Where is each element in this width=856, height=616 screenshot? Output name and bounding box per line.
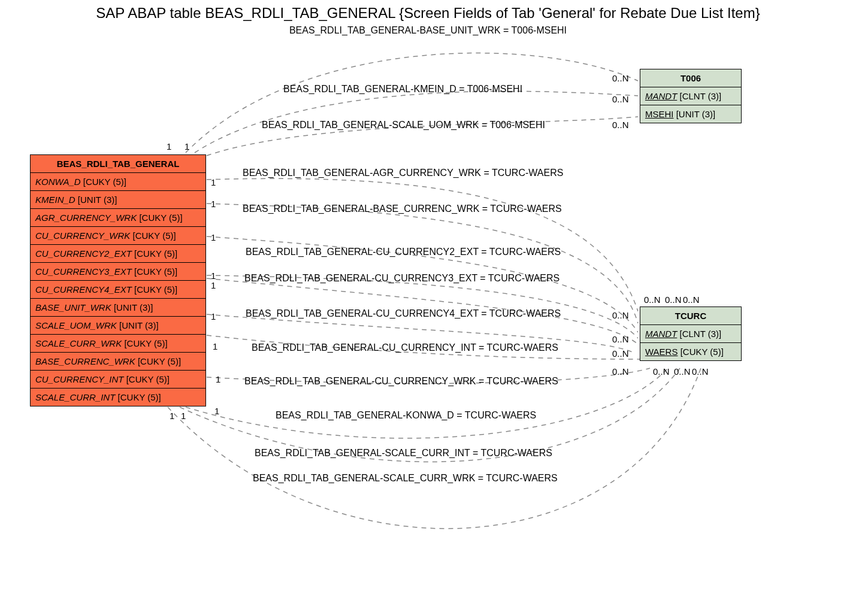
cardinality-right-tcurc: 0..N xyxy=(612,310,629,320)
cardinality-right-tcurc: 0..N xyxy=(612,348,629,359)
entity-header: BEAS_RDLI_TAB_GENERAL xyxy=(31,155,205,173)
field-base-currenc-wrk: BASE_CURRENC_WRK [CUKY (5)] xyxy=(31,353,205,371)
diagram-title: SAP ABAP table BEAS_RDLI_TAB_GENERAL {Sc… xyxy=(0,5,856,22)
relation-label-agr-currency: BEAS_RDLI_TAB_GENERAL-AGR_CURRENCY_WRK =… xyxy=(243,168,563,178)
relation-label-base-unit: BEAS_RDLI_TAB_GENERAL-BASE_UNIT_WRK = T0… xyxy=(0,25,856,36)
cardinality-left: 1 xyxy=(184,141,189,151)
relation-label-cu-currency-wrk: BEAS_RDLI_TAB_GENERAL-CU_CURRENCY_WRK = … xyxy=(244,376,558,387)
cardinality-right-tcurc: 0..N xyxy=(612,366,629,377)
relation-label-cu-currency-int: BEAS_RDLI_TAB_GENERAL-CU_CURRENCY_INT = … xyxy=(252,342,558,353)
cardinality-left: 1 xyxy=(211,280,216,290)
field-cu-currency4-ext: CU_CURRENCY4_EXT [CUKY (5)] xyxy=(31,281,205,299)
field-base-unit-wrk: BASE_UNIT_WRK [UNIT (3)] xyxy=(31,299,205,317)
cardinality-right-tcurc: 0..N xyxy=(692,366,709,377)
cardinality-left: 1 xyxy=(214,406,219,416)
field-cu-currency3-ext: CU_CURRENCY3_EXT [CUKY (5)] xyxy=(31,263,205,281)
relation-label-scale-curr-wrk: BEAS_RDLI_TAB_GENERAL-SCALE_CURR_WRK = T… xyxy=(253,473,558,484)
entity-beas-rdli-tab-general: BEAS_RDLI_TAB_GENERAL KONWA_D [CUKY (5)]… xyxy=(30,154,206,406)
field-kmein-d: KMEIN_D [UNIT (3)] xyxy=(31,191,205,209)
cardinality-left: 1 xyxy=(211,232,216,242)
field-scale-curr-int: SCALE_CURR_INT [CUKY (5)] xyxy=(31,389,205,406)
relation-label-konwa: BEAS_RDLI_TAB_GENERAL-KONWA_D = TCURC-WA… xyxy=(276,410,536,421)
field-t006-msehi: MSEHI [UNIT (3)] xyxy=(640,105,741,123)
cardinality-right-tcurc: 0..N xyxy=(612,334,629,344)
relation-label-base-currenc: BEAS_RDLI_TAB_GENERAL-BASE_CURRENC_WRK =… xyxy=(243,204,562,214)
relation-label-scale-uom: BEAS_RDLI_TAB_GENERAL-SCALE_UOM_WRK = T0… xyxy=(262,120,545,131)
entity-header-tcurc: TCURC xyxy=(640,307,741,325)
cardinality-left: 1 xyxy=(167,141,171,151)
cardinality-right-tcurc: 0..N xyxy=(674,366,691,377)
cardinality-left: 1 xyxy=(211,177,216,187)
entity-tcurc: TCURC MANDT [CLNT (3)] WAERS [CUKY (5)] xyxy=(640,307,742,361)
cardinality-left: 1 xyxy=(213,341,217,351)
cardinality-left: 1 xyxy=(211,199,216,209)
relation-label-kmein: BEAS_RDLI_TAB_GENERAL-KMEIN_D = T006-MSE… xyxy=(283,84,522,95)
field-cu-currency2-ext: CU_CURRENCY2_EXT [CUKY (5)] xyxy=(31,245,205,263)
field-scale-uom-wrk: SCALE_UOM_WRK [UNIT (3)] xyxy=(31,317,205,335)
cardinality-left: 1 xyxy=(211,311,216,321)
field-cu-currency-wrk: CU_CURRENCY_WRK [CUKY (5)] xyxy=(31,227,205,245)
cardinality-right-t006: 0..N xyxy=(612,120,629,130)
entity-t006: T006 MANDT [CLNT (3)] MSEHI [UNIT (3)] xyxy=(640,69,742,123)
relation-label-scale-curr-int: BEAS_RDLI_TAB_GENERAL-SCALE_CURR_INT = T… xyxy=(255,448,552,459)
cardinality-left: 1 xyxy=(170,411,174,421)
field-cu-currency-int: CU_CURRENCY_INT [CUKY (5)] xyxy=(31,371,205,389)
relation-label-cu-currency4: BEAS_RDLI_TAB_GENERAL-CU_CURRENCY4_EXT =… xyxy=(246,308,561,319)
cardinality-right-tcurc: 0..N xyxy=(653,366,670,377)
field-t006-mandt: MANDT [CLNT (3)] xyxy=(640,87,741,105)
relation-label-cu-currency2: BEAS_RDLI_TAB_GENERAL-CU_CURRENCY2_EXT =… xyxy=(246,247,561,257)
cardinality-right-t006: 0..N xyxy=(612,94,629,104)
cardinality-right-t006: 0..N xyxy=(612,73,629,83)
cardinality-right-tcurc: 0..N xyxy=(683,295,700,305)
field-tcurc-mandt: MANDT [CLNT (3)] xyxy=(640,325,741,343)
cardinality-left: 1 xyxy=(216,374,220,384)
field-tcurc-waers: WAERS [CUKY (5)] xyxy=(640,343,741,360)
relation-label-cu-currency3: BEAS_RDLI_TAB_GENERAL-CU_CURRENCY3_EXT =… xyxy=(244,273,559,284)
field-agr-currency-wrk: AGR_CURRENCY_WRK [CUKY (5)] xyxy=(31,209,205,227)
entity-header-t006: T006 xyxy=(640,69,741,87)
cardinality-left: 1 xyxy=(211,271,216,281)
cardinality-right-tcurc: 0..N xyxy=(665,295,682,305)
field-scale-curr-wrk: SCALE_CURR_WRK [CUKY (5)] xyxy=(31,335,205,353)
cardinality-left: 1 xyxy=(181,411,186,421)
field-konwa-d: KONWA_D [CUKY (5)] xyxy=(31,173,205,191)
cardinality-right-tcurc: 0..N xyxy=(644,295,661,305)
